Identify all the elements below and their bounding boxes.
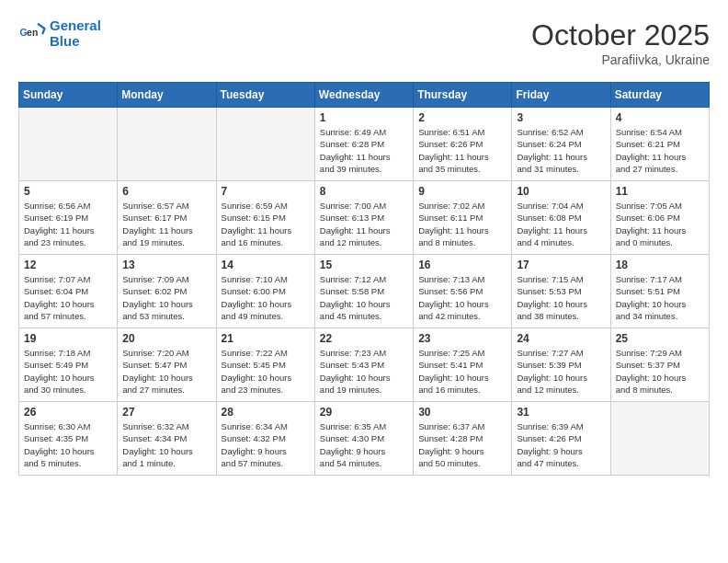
- month-title: October 2025: [531, 18, 710, 52]
- weekday-header-monday: Monday: [118, 83, 216, 108]
- location-subtitle: Parafiivka, Ukraine: [531, 52, 710, 67]
- weekday-header-row: SundayMondayTuesdayWednesdayThursdayFrid…: [19, 83, 710, 108]
- svg-text:e: e: [27, 26, 32, 37]
- calendar-cell: 19Sunrise: 7:18 AM Sunset: 5:49 PM Dayli…: [19, 328, 118, 402]
- day-number: 8: [320, 185, 408, 198]
- calendar-cell: [19, 108, 118, 181]
- calendar-cell: [118, 108, 216, 181]
- day-info: Sunrise: 6:35 AM Sunset: 4:30 PM Dayligh…: [320, 420, 408, 469]
- logo-subtext: Blue: [50, 34, 101, 50]
- day-number: 23: [418, 332, 506, 345]
- day-info: Sunrise: 7:15 AM Sunset: 5:53 PM Dayligh…: [517, 273, 605, 322]
- calendar-cell: 4Sunrise: 6:54 AM Sunset: 6:21 PM Daylig…: [610, 108, 709, 181]
- calendar-cell: 23Sunrise: 7:25 AM Sunset: 5:41 PM Dayli…: [414, 328, 512, 402]
- calendar-cell: [610, 402, 709, 476]
- day-number: 18: [616, 259, 704, 271]
- weekday-header-saturday: Saturday: [610, 83, 709, 108]
- calendar-cell: 8Sunrise: 7:00 AM Sunset: 6:13 PM Daylig…: [314, 181, 413, 255]
- day-info: Sunrise: 6:34 AM Sunset: 4:32 PM Dayligh…: [222, 420, 310, 469]
- calendar-cell: 18Sunrise: 7:17 AM Sunset: 5:51 PM Dayli…: [610, 255, 709, 328]
- calendar-cell: 25Sunrise: 7:29 AM Sunset: 5:37 PM Dayli…: [610, 328, 709, 402]
- day-info: Sunrise: 6:57 AM Sunset: 6:17 PM Dayligh…: [122, 200, 210, 248]
- day-info: Sunrise: 7:02 AM Sunset: 6:11 PM Dayligh…: [418, 200, 506, 248]
- day-number: 28: [222, 406, 310, 419]
- day-info: Sunrise: 6:54 AM Sunset: 6:21 PM Dayligh…: [616, 126, 704, 175]
- calendar-cell: 28Sunrise: 6:34 AM Sunset: 4:32 PM Dayli…: [216, 402, 314, 476]
- calendar-cell: 24Sunrise: 7:27 AM Sunset: 5:39 PM Dayli…: [512, 328, 610, 402]
- day-info: Sunrise: 7:23 AM Sunset: 5:43 PM Dayligh…: [320, 347, 408, 396]
- day-info: Sunrise: 7:13 AM Sunset: 5:56 PM Dayligh…: [418, 273, 506, 322]
- day-number: 21: [222, 332, 310, 345]
- calendar-cell: 29Sunrise: 6:35 AM Sunset: 4:30 PM Dayli…: [314, 402, 413, 476]
- calendar-cell: 9Sunrise: 7:02 AM Sunset: 6:11 PM Daylig…: [414, 181, 512, 255]
- day-number: 2: [418, 111, 506, 124]
- day-number: 25: [616, 332, 704, 345]
- day-number: 26: [24, 406, 112, 419]
- day-info: Sunrise: 7:12 AM Sunset: 5:58 PM Dayligh…: [320, 273, 408, 322]
- week-row-1: 1Sunrise: 6:49 AM Sunset: 6:28 PM Daylig…: [19, 108, 710, 181]
- day-number: 30: [418, 406, 506, 419]
- day-number: 4: [616, 111, 704, 124]
- day-info: Sunrise: 6:52 AM Sunset: 6:24 PM Dayligh…: [517, 126, 605, 175]
- day-info: Sunrise: 6:30 AM Sunset: 4:35 PM Dayligh…: [24, 420, 112, 469]
- weekday-header-friday: Friday: [512, 83, 610, 108]
- calendar-cell: 21Sunrise: 7:22 AM Sunset: 5:45 PM Dayli…: [216, 328, 314, 402]
- day-info: Sunrise: 7:29 AM Sunset: 5:37 PM Dayligh…: [616, 347, 704, 396]
- calendar-cell: 2Sunrise: 6:51 AM Sunset: 6:26 PM Daylig…: [414, 108, 512, 181]
- calendar-cell: 1Sunrise: 6:49 AM Sunset: 6:28 PM Daylig…: [314, 108, 413, 181]
- calendar-cell: 13Sunrise: 7:09 AM Sunset: 6:02 PM Dayli…: [118, 255, 216, 328]
- calendar-cell: 10Sunrise: 7:04 AM Sunset: 6:08 PM Dayli…: [512, 181, 610, 255]
- calendar-cell: 12Sunrise: 7:07 AM Sunset: 6:04 PM Dayli…: [19, 255, 118, 328]
- day-number: 24: [517, 332, 605, 345]
- logo: G e n General Blue: [18, 18, 101, 49]
- day-number: 6: [122, 185, 210, 198]
- weekday-header-wednesday: Wednesday: [314, 83, 413, 108]
- calendar-cell: 14Sunrise: 7:10 AM Sunset: 6:00 PM Dayli…: [216, 255, 314, 328]
- day-number: 20: [122, 332, 210, 345]
- day-number: 27: [122, 406, 210, 419]
- calendar-cell: [216, 108, 314, 181]
- day-number: 15: [320, 259, 408, 271]
- calendar-cell: 31Sunrise: 6:39 AM Sunset: 4:26 PM Dayli…: [512, 402, 610, 476]
- calendar-cell: 15Sunrise: 7:12 AM Sunset: 5:58 PM Dayli…: [314, 255, 413, 328]
- week-row-3: 12Sunrise: 7:07 AM Sunset: 6:04 PM Dayli…: [19, 255, 710, 328]
- calendar-cell: 7Sunrise: 6:59 AM Sunset: 6:15 PM Daylig…: [216, 181, 314, 255]
- calendar-cell: 20Sunrise: 7:20 AM Sunset: 5:47 PM Dayli…: [118, 328, 216, 402]
- day-info: Sunrise: 6:37 AM Sunset: 4:28 PM Dayligh…: [418, 420, 506, 469]
- day-number: 19: [24, 332, 112, 345]
- calendar-cell: 22Sunrise: 7:23 AM Sunset: 5:43 PM Dayli…: [314, 328, 413, 402]
- weekday-header-thursday: Thursday: [414, 83, 512, 108]
- week-row-5: 26Sunrise: 6:30 AM Sunset: 4:35 PM Dayli…: [19, 402, 710, 476]
- day-number: 17: [517, 259, 605, 271]
- title-section: October 2025 Parafiivka, Ukraine: [531, 18, 710, 67]
- day-number: 12: [24, 259, 112, 271]
- day-info: Sunrise: 7:07 AM Sunset: 6:04 PM Dayligh…: [24, 273, 112, 322]
- weekday-header-sunday: Sunday: [19, 83, 118, 108]
- day-info: Sunrise: 7:20 AM Sunset: 5:47 PM Dayligh…: [122, 347, 210, 396]
- day-info: Sunrise: 6:59 AM Sunset: 6:15 PM Dayligh…: [222, 200, 310, 248]
- calendar-cell: 17Sunrise: 7:15 AM Sunset: 5:53 PM Dayli…: [512, 255, 610, 328]
- calendar-cell: 5Sunrise: 6:56 AM Sunset: 6:19 PM Daylig…: [19, 181, 118, 255]
- day-number: 1: [320, 111, 408, 124]
- logo-text: General: [50, 18, 101, 34]
- day-info: Sunrise: 7:25 AM Sunset: 5:41 PM Dayligh…: [418, 347, 506, 396]
- day-info: Sunrise: 6:49 AM Sunset: 6:28 PM Dayligh…: [320, 126, 408, 175]
- day-info: Sunrise: 6:51 AM Sunset: 6:26 PM Dayligh…: [418, 126, 506, 175]
- day-number: 22: [320, 332, 408, 345]
- day-info: Sunrise: 7:27 AM Sunset: 5:39 PM Dayligh…: [517, 347, 605, 396]
- week-row-4: 19Sunrise: 7:18 AM Sunset: 5:49 PM Dayli…: [19, 328, 710, 402]
- calendar-cell: 6Sunrise: 6:57 AM Sunset: 6:17 PM Daylig…: [118, 181, 216, 255]
- day-info: Sunrise: 7:05 AM Sunset: 6:06 PM Dayligh…: [616, 200, 704, 248]
- day-info: Sunrise: 7:04 AM Sunset: 6:08 PM Dayligh…: [517, 200, 605, 248]
- day-number: 11: [616, 185, 704, 198]
- calendar-cell: 3Sunrise: 6:52 AM Sunset: 6:24 PM Daylig…: [512, 108, 610, 181]
- day-info: Sunrise: 6:39 AM Sunset: 4:26 PM Dayligh…: [517, 420, 605, 469]
- calendar-table: SundayMondayTuesdayWednesdayThursdayFrid…: [18, 82, 710, 476]
- calendar-cell: 16Sunrise: 7:13 AM Sunset: 5:56 PM Dayli…: [414, 255, 512, 328]
- svg-text:n: n: [32, 26, 38, 37]
- day-number: 9: [418, 185, 506, 198]
- day-info: Sunrise: 7:22 AM Sunset: 5:45 PM Dayligh…: [222, 347, 310, 396]
- day-info: Sunrise: 7:17 AM Sunset: 5:51 PM Dayligh…: [616, 273, 704, 322]
- day-number: 7: [222, 185, 310, 198]
- week-row-2: 5Sunrise: 6:56 AM Sunset: 6:19 PM Daylig…: [19, 181, 710, 255]
